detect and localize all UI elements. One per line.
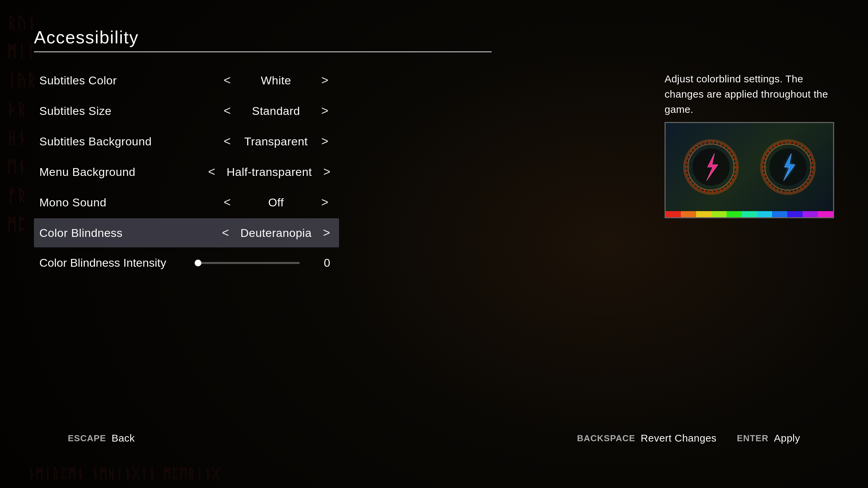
setting-row-mono-sound: Mono Sound < Off >: [34, 188, 339, 217]
mono-sound-label: Mono Sound: [39, 196, 218, 209]
subtitles-background-value: Transparent: [242, 135, 310, 148]
subtitles-color-value: White: [242, 74, 310, 87]
color-blindness-value: Deuteranopia: [240, 226, 312, 240]
description-text: Adjust colorblind settings. The changes …: [665, 71, 834, 117]
mono-sound-next[interactable]: >: [318, 195, 332, 209]
color-orange: [681, 211, 696, 217]
rune-text: ᚠᚱ: [7, 186, 36, 205]
slider-container: 0: [198, 256, 334, 269]
escape-key: ESCAPE: [68, 433, 106, 444]
color-blindness-label: Color Blindness: [39, 226, 218, 240]
color-green: [727, 211, 742, 217]
main-content: Accessibility Subtitles Color < White > …: [34, 27, 834, 461]
color-blindness-control: < Deuteranopia >: [218, 226, 334, 240]
color-indigo: [787, 211, 803, 217]
description-panel: Adjust colorblind settings. The changes …: [665, 71, 834, 117]
slider-thumb[interactable]: [195, 260, 201, 266]
mono-sound-prev[interactable]: <: [220, 195, 234, 209]
slider-value: 0: [310, 256, 330, 269]
title-divider: [34, 52, 492, 52]
color-blue: [772, 211, 787, 217]
menu-background-next[interactable]: >: [320, 165, 334, 179]
bottom-bar: ESCAPE Back BACKSPACE Revert Changes ENT…: [68, 432, 800, 444]
rune-text: ᛗᛁᛚ: [7, 42, 36, 61]
color-teal: [742, 211, 757, 217]
bottom-left: ESCAPE Back: [68, 432, 135, 444]
revert-label[interactable]: Revert Changes: [641, 432, 717, 444]
setting-row-subtitles-color: Subtitles Color < White >: [34, 66, 339, 95]
svg-text:ᚢ: ᚢ: [710, 189, 712, 192]
rune-text: ᚦᚱ: [7, 100, 36, 119]
preview-image-inner: ᚱ ᚾ ᚢ ᛖ: [666, 123, 833, 211]
subtitles-size-label: Subtitles Size: [39, 104, 218, 118]
revert-action: BACKSPACE Revert Changes: [577, 432, 717, 444]
symbol-container: ᚱ ᚾ ᚢ ᛖ: [666, 123, 833, 211]
setting-row-menu-background: Menu Background < Half-transparent >: [34, 157, 339, 186]
rune-text: ᚾᛗᛁᚱᛈᛗᚾ: [27, 466, 84, 481]
menu-background-control: < Half-transparent >: [205, 165, 334, 179]
back-label[interactable]: Back: [112, 432, 135, 444]
color-blindness-next[interactable]: >: [320, 226, 333, 240]
preview-image: ᚱ ᚾ ᚢ ᛖ: [665, 122, 834, 218]
slider-track[interactable]: [198, 262, 300, 264]
color-bar: [666, 211, 833, 217]
svg-text:ᛖ: ᛖ: [688, 166, 690, 169]
svg-text:ᚱ: ᚱ: [710, 142, 712, 146]
escape-action: ESCAPE Back: [68, 432, 135, 444]
rune-text: ᚱᚢᚾ: [7, 14, 36, 32]
rune-text: ᚺᚾ: [7, 129, 36, 147]
subtitles-color-control: < White >: [218, 73, 334, 87]
color-magenta: [818, 211, 833, 217]
svg-text:ᛖ: ᛖ: [765, 166, 767, 169]
symbol-right: ᚱ ᚾ ᚢ ᛖ: [759, 138, 817, 196]
subtitles-color-prev[interactable]: <: [220, 73, 234, 87]
color-blindness-prev[interactable]: <: [219, 226, 232, 240]
subtitles-size-next[interactable]: >: [318, 104, 332, 118]
subtitles-background-label: Subtitles Background: [39, 135, 218, 148]
svg-text:ᚢ: ᚢ: [787, 189, 789, 192]
rune-text: ᚾᛗᚺᛁᚾᚷᛁᚾ: [91, 466, 156, 481]
page-title: Accessibility: [34, 27, 834, 47]
setting-row-subtitles-background: Subtitles Background < Transparent >: [34, 127, 339, 156]
subtitles-background-next[interactable]: >: [318, 134, 332, 148]
symbol-left: ᚱ ᚾ ᚢ ᛖ: [682, 138, 740, 196]
rune-text: ᛗᛈ: [7, 215, 36, 234]
subtitles-background-control: < Transparent >: [218, 134, 334, 148]
svg-text:ᚾ: ᚾ: [732, 166, 734, 169]
color-yellow: [696, 211, 711, 217]
svg-text:ᚾ: ᚾ: [809, 166, 811, 169]
backspace-key: BACKSPACE: [577, 433, 635, 444]
mono-sound-value: Off: [242, 196, 310, 209]
enter-key: ENTER: [737, 433, 768, 444]
setting-row-subtitles-size: Subtitles Size < Standard >: [34, 96, 339, 125]
subtitles-color-label: Subtitles Color: [39, 74, 218, 87]
apply-label[interactable]: Apply: [774, 432, 800, 444]
rune-text: ᛖᚾ: [7, 158, 36, 176]
color-purple: [803, 211, 818, 217]
apply-action: ENTER Apply: [737, 432, 800, 444]
subtitles-color-next[interactable]: >: [318, 73, 332, 87]
bottom-right: BACKSPACE Revert Changes ENTER Apply: [577, 432, 800, 444]
rune-left: ᚱᚢᚾ ᛗᛁᛚ ᛁᚤᚱ ᚦᚱ ᚺᚾ ᛖᚾ ᚠᚱ ᛗᛈ: [7, 0, 36, 488]
subtitles-size-control: < Standard >: [218, 104, 334, 118]
rune-bottom: ᚾᛗᛁᚱᛈᛗᚾ ᚾᛗᚺᛁᚾᚷᛁᚾ ᛗᛈᛖᚱᛁᚾᚷ: [0, 466, 868, 481]
preview-panel: ᚱ ᚾ ᚢ ᛖ: [665, 122, 834, 218]
color-yellow-green: [711, 211, 727, 217]
rune-text: ᛗᛈᛖᚱᛁᚾᚷ: [163, 466, 220, 481]
color-cyan: [757, 211, 772, 217]
subtitles-size-prev[interactable]: <: [220, 104, 234, 118]
menu-background-prev[interactable]: <: [205, 165, 218, 179]
subtitles-background-prev[interactable]: <: [220, 134, 234, 148]
menu-background-value: Half-transparent: [226, 165, 312, 179]
settings-list: Subtitles Color < White > Subtitles Size…: [34, 66, 339, 277]
color-blindness-intensity-row: Color Blindness Intensity 0: [34, 249, 339, 277]
setting-row-color-blindness: Color Blindness < Deuteranopia >: [34, 218, 339, 247]
menu-background-label: Menu Background: [39, 165, 205, 179]
rune-text: ᛁᚤᚱ: [7, 71, 36, 90]
subtitles-size-value: Standard: [242, 104, 310, 118]
svg-text:ᚱ: ᚱ: [787, 142, 789, 146]
slider-label: Color Blindness Intensity: [39, 256, 198, 269]
color-red: [666, 211, 681, 217]
mono-sound-control: < Off >: [218, 195, 334, 209]
